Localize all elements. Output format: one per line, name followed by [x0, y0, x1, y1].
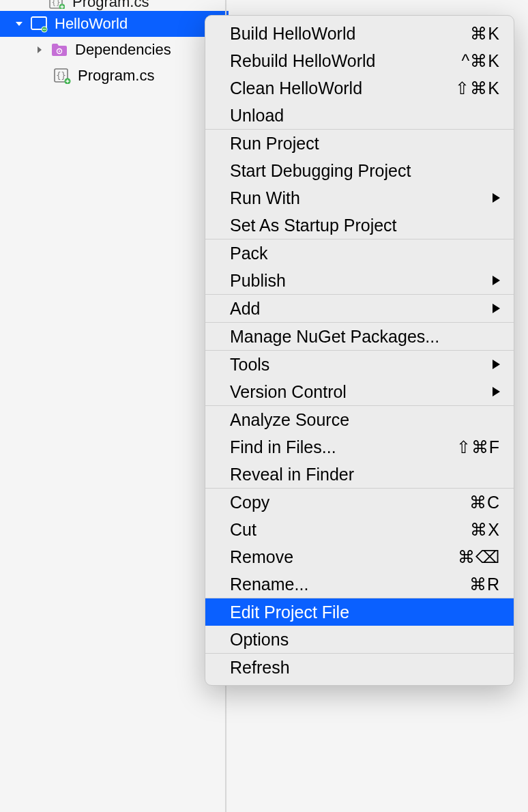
menu-label: Manage NuGet Packages... [230, 324, 439, 349]
menu-item-run-with[interactable]: Run With [205, 184, 514, 212]
project-tree-sidebar: {} Program.cs HelloWorld [0, 0, 229, 812]
menu-label: Find in Files... [230, 435, 336, 459]
shortcut: ⇧⌘F [456, 435, 500, 459]
menu-item-clean[interactable]: Clean HelloWorld ⇧⌘K [205, 74, 514, 102]
menu-label: Reveal in Finder [230, 462, 354, 487]
shortcut: ⌘R [469, 572, 500, 596]
menu-label: Options [230, 627, 289, 652]
menu-label: Rename... [230, 572, 308, 596]
menu-item-build[interactable]: Build HelloWorld ⌘K [205, 20, 514, 47]
shortcut: ⇧⌘K [455, 76, 500, 100]
tree-item-program[interactable]: {} Program.cs [0, 63, 229, 89]
menu-label: Refresh [230, 655, 290, 680]
shortcut: ⌘⌫ [458, 545, 500, 569]
menu-label: Tools [230, 352, 269, 377]
shortcut: ⌘K [470, 21, 500, 46]
chevron-down-icon [14, 19, 25, 29]
menu-item-rename[interactable]: Rename... ⌘R [205, 570, 514, 598]
menu-label: Remove [230, 545, 293, 569]
folder-icon [50, 41, 68, 59]
submenu-arrow-icon [493, 304, 500, 313]
menu-item-analyze[interactable]: Analyze Source [205, 406, 514, 433]
menu-label: Run Project [230, 131, 319, 156]
csharp-file-icon: {} [53, 67, 71, 85]
csharp-file-icon: {} [48, 0, 65, 11]
menu-item-start-debugging[interactable]: Start Debugging Project [205, 157, 514, 184]
menu-item-set-startup[interactable]: Set As Startup Project [205, 212, 514, 239]
menu-label: Clean HelloWorld [230, 76, 362, 100]
menu-label: Pack [230, 241, 268, 265]
shortcut: ^⌘K [462, 48, 500, 73]
menu-label: Run With [230, 186, 300, 210]
menu-label: Build HelloWorld [230, 21, 355, 46]
menu-item-version-control[interactable]: Version Control [205, 378, 514, 405]
menu-item-remove[interactable]: Remove ⌘⌫ [205, 543, 514, 570]
menu-item-copy[interactable]: Copy ⌘C [205, 489, 514, 516]
tree-label: Dependencies [75, 41, 171, 59]
menu-label: Publish [230, 268, 286, 293]
menu-item-publish[interactable]: Publish [205, 267, 514, 294]
menu-item-tools[interactable]: Tools [205, 351, 514, 378]
menu-label: Analyze Source [230, 407, 349, 432]
menu-label: Add [230, 296, 260, 321]
menu-item-edit-project-file[interactable]: Edit Project File [205, 598, 514, 626]
menu-item-rebuild[interactable]: Rebuild HelloWorld ^⌘K [205, 47, 514, 74]
menu-item-find-in-files[interactable]: Find in Files... ⇧⌘F [205, 433, 514, 461]
menu-item-add[interactable]: Add [205, 295, 514, 322]
shortcut: ⌘C [469, 490, 500, 514]
svg-text:{}: {} [51, 0, 60, 7]
menu-label: Rebuild HelloWorld [230, 48, 376, 73]
menu-item-pack[interactable]: Pack [205, 240, 514, 267]
submenu-arrow-icon [493, 193, 500, 203]
tree-label: Program.cs [78, 67, 154, 85]
menu-item-options[interactable]: Options [205, 626, 514, 653]
tree-item-project[interactable]: HelloWorld [0, 11, 229, 37]
menu-item-run-project[interactable]: Run Project [205, 130, 514, 157]
menu-label: Set As Startup Project [230, 213, 397, 237]
menu-label: Edit Project File [230, 600, 349, 624]
svg-point-6 [43, 29, 44, 30]
submenu-arrow-icon [493, 387, 500, 396]
menu-item-reveal-finder[interactable]: Reveal in Finder [205, 461, 514, 488]
submenu-arrow-icon [493, 276, 500, 285]
project-icon [30, 15, 48, 33]
svg-point-8 [45, 29, 46, 30]
menu-item-nuget[interactable]: Manage NuGet Packages... [205, 323, 514, 350]
shortcut: ⌘X [470, 517, 500, 542]
menu-label: Unload [230, 103, 284, 128]
tree-item-cutoff[interactable]: {} Program.cs [0, 0, 229, 11]
chevron-right-icon [34, 45, 45, 55]
tree-item-dependencies[interactable]: Dependencies [0, 37, 229, 63]
svg-point-7 [44, 29, 45, 30]
tree-label: Program.cs [72, 0, 149, 11]
menu-item-cut[interactable]: Cut ⌘X [205, 516, 514, 543]
menu-label: Version Control [230, 379, 347, 404]
menu-item-refresh[interactable]: Refresh [205, 654, 514, 681]
tree-label: HelloWorld [55, 15, 128, 33]
context-menu: Build HelloWorld ⌘K Rebuild HelloWorld ^… [205, 15, 514, 686]
svg-point-10 [59, 50, 60, 52]
menu-label: Copy [230, 490, 269, 514]
submenu-arrow-icon [493, 360, 500, 369]
menu-label: Cut [230, 517, 256, 542]
menu-label: Start Debugging Project [230, 158, 411, 183]
menu-item-unload[interactable]: Unload [205, 102, 514, 129]
svg-text:{}: {} [56, 71, 65, 81]
